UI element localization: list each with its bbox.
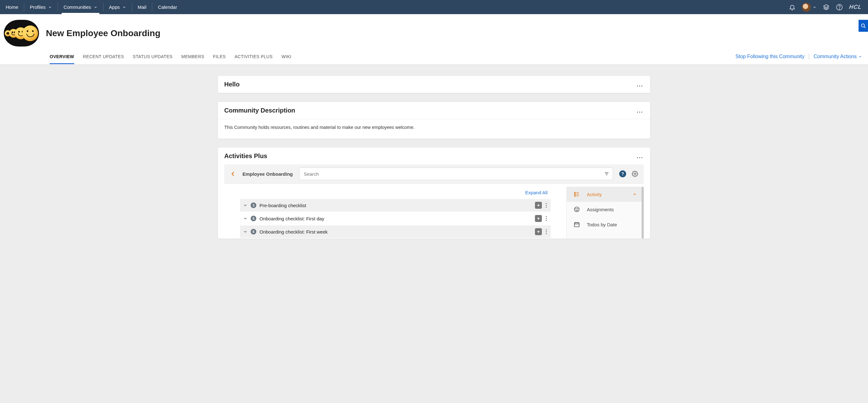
sidebar-item-label: Assignments bbox=[587, 207, 637, 212]
kebab-icon[interactable] bbox=[545, 229, 548, 234]
nav-communities-label: Communities bbox=[64, 4, 91, 10]
chevron-down-icon bbox=[122, 5, 126, 9]
sidebar-item-todos-by-date[interactable]: Todos by Date bbox=[567, 217, 644, 232]
widget-community-description: Community Description … This Community h… bbox=[218, 102, 650, 139]
svg-marker-0 bbox=[824, 4, 829, 7]
activity-row[interactable]: 6 Onboarding checklist: First week bbox=[240, 225, 551, 238]
nav-communities[interactable]: Communities bbox=[58, 0, 103, 14]
sidebar-item-activity[interactable]: Activity bbox=[567, 187, 644, 202]
svg-rect-33 bbox=[575, 223, 579, 227]
tab-label: MEMBERS bbox=[181, 54, 204, 59]
back-icon[interactable] bbox=[230, 171, 236, 177]
nav-mail[interactable]: Mail bbox=[132, 0, 152, 14]
nav-home[interactable]: Home bbox=[0, 0, 24, 14]
tab-label: WIKI bbox=[281, 54, 291, 59]
svg-point-2 bbox=[839, 8, 839, 9]
ap-toolbar: Employee Onboarding ? bbox=[224, 164, 644, 183]
tab-files[interactable]: FILES bbox=[213, 50, 225, 64]
activity-count-badge: 6 bbox=[251, 229, 256, 235]
nav-calendar[interactable]: Calendar bbox=[152, 0, 183, 14]
svg-point-32 bbox=[578, 209, 578, 209]
svg-point-23 bbox=[546, 233, 547, 234]
ap-breadcrumb: Employee Onboarding bbox=[243, 171, 293, 177]
user-menu[interactable] bbox=[802, 3, 816, 12]
chevron-down-icon[interactable] bbox=[243, 216, 248, 221]
content-area: Hello … Community Description … This Com… bbox=[215, 75, 653, 251]
community-header: New Employee Onboarding OVERVIEW RECENT … bbox=[0, 14, 868, 65]
svg-point-11 bbox=[546, 203, 547, 204]
community-actions-dropdown[interactable]: Community Actions bbox=[814, 54, 862, 59]
svg-point-3 bbox=[861, 24, 865, 27]
activity-row-title: Onboarding checklist: First week bbox=[259, 229, 532, 235]
community-avatar bbox=[4, 20, 39, 46]
ap-main: Expand All 3 Pre-boarding checklist 5 On… bbox=[224, 187, 566, 239]
chevron-down-icon[interactable] bbox=[243, 230, 248, 234]
ap-search-wrap bbox=[299, 168, 613, 180]
help-icon[interactable] bbox=[836, 4, 843, 11]
widget-desc-title: Community Description bbox=[224, 107, 295, 114]
svg-point-31 bbox=[576, 209, 577, 209]
widget-activities-plus: Activities Plus … Employee Onboarding ? bbox=[218, 147, 650, 239]
tab-overview[interactable]: OVERVIEW bbox=[50, 50, 74, 64]
activity-count-badge: 3 bbox=[251, 202, 256, 208]
chevron-down-icon bbox=[859, 55, 862, 58]
sidebar-item-assignments[interactable]: Assignments bbox=[567, 202, 644, 217]
nav-apps-label: Apps bbox=[109, 4, 120, 10]
stop-following-link[interactable]: Stop Following this Community bbox=[735, 54, 804, 59]
svg-point-24 bbox=[575, 192, 576, 193]
svg-point-18 bbox=[546, 220, 547, 221]
widget-menu-icon[interactable]: … bbox=[636, 106, 644, 114]
tab-label: ACTIVITIES PLUS bbox=[235, 54, 273, 59]
nav-profiles[interactable]: Profiles bbox=[24, 0, 58, 14]
tab-members[interactable]: MEMBERS bbox=[181, 50, 204, 64]
activity-row-title: Onboarding checklist: First day bbox=[259, 216, 532, 221]
filter-icon[interactable] bbox=[604, 171, 610, 177]
svg-point-16 bbox=[546, 216, 547, 217]
tab-label: STATUS UPDATES bbox=[133, 54, 172, 59]
global-search-button[interactable] bbox=[859, 20, 868, 32]
svg-point-8 bbox=[634, 173, 636, 175]
sidebar-item-label: Activity bbox=[587, 192, 626, 197]
tab-status-updates[interactable]: STATUS UPDATES bbox=[133, 50, 172, 64]
community-title: New Employee Onboarding bbox=[46, 28, 160, 38]
add-icon[interactable] bbox=[535, 202, 542, 209]
widget-menu-icon[interactable]: … bbox=[636, 80, 644, 88]
kebab-icon[interactable] bbox=[545, 203, 548, 208]
avatar bbox=[802, 3, 811, 12]
stack-icon[interactable] bbox=[823, 4, 830, 11]
chevron-down-icon[interactable] bbox=[243, 203, 248, 207]
tab-wiki[interactable]: WIKI bbox=[281, 50, 291, 64]
chevron-down-icon bbox=[48, 5, 52, 9]
activity-row[interactable]: 5 Onboarding checklist: First day bbox=[240, 212, 551, 225]
svg-point-28 bbox=[575, 195, 576, 196]
activity-row-title: Pre-boarding checklist bbox=[259, 203, 532, 208]
add-icon[interactable] bbox=[535, 228, 542, 235]
tab-activities-plus[interactable]: ACTIVITIES PLUS bbox=[235, 50, 273, 64]
svg-point-22 bbox=[546, 231, 547, 232]
top-nav-right: HCL bbox=[789, 0, 862, 14]
face-icon bbox=[574, 206, 581, 212]
ap-sidebar: Activity Assignments Todos by Date bbox=[566, 187, 644, 239]
svg-point-21 bbox=[546, 229, 547, 230]
tab-recent-updates[interactable]: RECENT UPDATES bbox=[83, 50, 124, 64]
widget-menu-icon[interactable]: … bbox=[636, 152, 644, 160]
svg-point-12 bbox=[546, 205, 547, 206]
top-nav-left: Home Profiles Communities Apps Mail Cale… bbox=[0, 0, 183, 14]
add-icon[interactable] bbox=[535, 215, 542, 222]
widget-hello: Hello … bbox=[218, 75, 650, 93]
ap-help-icon[interactable]: ? bbox=[619, 170, 626, 177]
tab-label: FILES bbox=[213, 54, 225, 59]
community-actions-label: Community Actions bbox=[814, 54, 857, 59]
nav-apps[interactable]: Apps bbox=[103, 0, 132, 14]
kebab-icon[interactable] bbox=[545, 216, 548, 221]
expand-all-link[interactable]: Expand All bbox=[525, 190, 548, 195]
widget-hello-title: Hello bbox=[224, 81, 240, 88]
gear-icon[interactable] bbox=[632, 171, 638, 177]
top-nav: Home Profiles Communities Apps Mail Cale… bbox=[0, 0, 868, 14]
nav-mail-label: Mail bbox=[138, 4, 147, 10]
bell-icon[interactable] bbox=[789, 4, 796, 11]
activity-row[interactable]: 3 Pre-boarding checklist bbox=[240, 199, 551, 211]
tab-label: RECENT UPDATES bbox=[83, 54, 124, 59]
ap-search-input[interactable] bbox=[303, 169, 604, 179]
community-actions: Stop Following this Community Community … bbox=[735, 54, 862, 59]
